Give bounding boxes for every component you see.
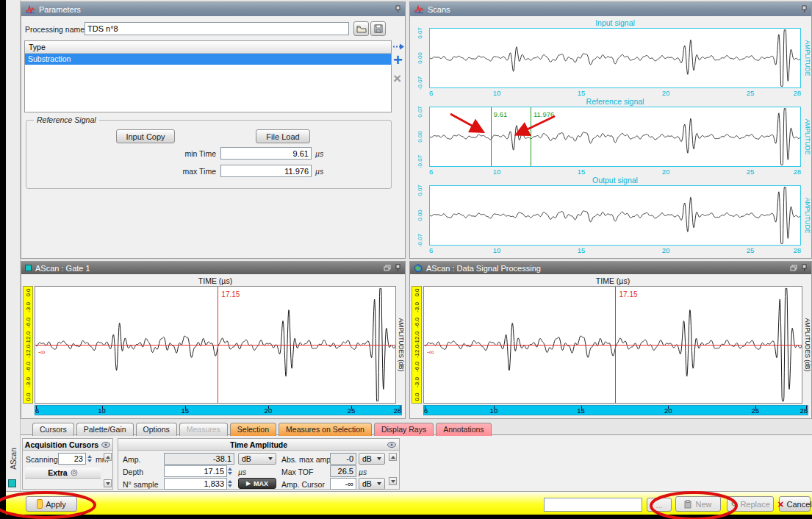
pin-icon[interactable] bbox=[801, 5, 808, 13]
output-signal-plot[interactable] bbox=[429, 185, 801, 246]
input-copy-button[interactable]: Input Copy bbox=[116, 129, 175, 143]
paste-icon bbox=[684, 500, 692, 509]
ascan-gate1-titlebar[interactable]: AScan : Gate 1 bbox=[21, 262, 405, 274]
y-tick-label: -3.0 bbox=[25, 303, 32, 313]
output-signal-waveform bbox=[430, 186, 800, 245]
depth-input[interactable] bbox=[164, 465, 227, 477]
ascan-dsp-titlebar[interactable]: AScan : Data Signal Processing bbox=[410, 262, 811, 274]
file-load-button[interactable]: File Load bbox=[256, 129, 310, 143]
time-amplitude-header[interactable]: Time Amplitude bbox=[118, 439, 399, 451]
reference-signal-plot[interactable]: 9.61 11.976 bbox=[429, 107, 801, 167]
tab-annotations[interactable]: Annotations bbox=[436, 423, 491, 436]
scroll-up-button[interactable] bbox=[389, 453, 397, 461]
time-amplitude-box: Time Amplitude Amp. -38.1 dB Depth µs N°… bbox=[118, 438, 400, 490]
y-tick-label: 0.00 bbox=[417, 52, 423, 64]
extra-header[interactable]: Extra bbox=[25, 468, 101, 479]
time-cursor-line[interactable] bbox=[615, 287, 616, 403]
left-gutter bbox=[6, 0, 21, 491]
tab-palette-gain[interactable]: Palette/Gain bbox=[76, 423, 134, 436]
scans-titlebar[interactable]: Scans bbox=[410, 2, 811, 16]
max-arrow-icon: ▶ bbox=[246, 480, 251, 487]
add-processing-icon[interactable]: + bbox=[393, 52, 403, 68]
scroll-up-button[interactable] bbox=[104, 453, 112, 461]
max-time-cursor-line[interactable] bbox=[531, 107, 531, 166]
amplitude-cursor-line[interactable] bbox=[35, 345, 395, 346]
nsample-spinner[interactable] bbox=[228, 478, 234, 489]
abs-max-field: -0 bbox=[330, 453, 356, 465]
ascan-vertical-tab[interactable]: AScan bbox=[7, 440, 19, 478]
processing-name-label: Processing name bbox=[25, 25, 85, 34]
max-time-label: max Time bbox=[170, 167, 216, 176]
goto-max-button[interactable]: ▶MAX bbox=[238, 478, 276, 489]
nsample-input[interactable] bbox=[164, 478, 227, 490]
y-tick-label: -3.0 bbox=[25, 377, 32, 387]
tab-selection[interactable]: Selection bbox=[230, 423, 276, 436]
move-processing-icon[interactable] bbox=[392, 43, 405, 51]
ascan-color-swatch[interactable] bbox=[8, 479, 16, 487]
min-time-input[interactable] bbox=[220, 147, 312, 160]
acquisition-cursors-header[interactable]: Acquisition Cursors bbox=[23, 439, 112, 451]
amp-unit-dropdown[interactable]: dB bbox=[238, 453, 276, 465]
pin-icon[interactable] bbox=[395, 264, 401, 272]
ascan-gate1-plot[interactable]: 17.15 -∞ bbox=[35, 286, 396, 404]
x-tick-label: 25 bbox=[747, 89, 755, 97]
time-cursor-line[interactable] bbox=[218, 287, 218, 403]
eye-icon[interactable] bbox=[387, 442, 396, 448]
processing-name-input[interactable] bbox=[85, 22, 349, 35]
name-input[interactable] bbox=[544, 498, 642, 512]
pin-icon[interactable] bbox=[395, 5, 401, 13]
ascan-gate1-time-bar[interactable]: 61015202528 bbox=[35, 405, 402, 415]
pin-icon[interactable] bbox=[801, 264, 808, 272]
type-column-header[interactable]: Type bbox=[25, 41, 391, 54]
gate1-color-icon bbox=[25, 265, 32, 271]
float-window-icon[interactable] bbox=[384, 265, 391, 271]
y-tick-label: 0.0 bbox=[414, 393, 420, 401]
ascan-dsp-time-bar[interactable]: 61015202528 bbox=[423, 405, 808, 415]
max-tof-field: 26.5 bbox=[330, 465, 356, 477]
eye-icon[interactable] bbox=[101, 442, 110, 448]
amplitude-cursor-line[interactable] bbox=[424, 345, 802, 346]
new-button[interactable]: New bbox=[675, 496, 721, 512]
parameters-titlebar[interactable]: Parameters bbox=[21, 2, 405, 16]
folder-icon bbox=[356, 25, 367, 33]
y-tick-label: -0.07 bbox=[417, 154, 423, 168]
x-tick-label: 28 bbox=[793, 168, 801, 176]
time-cursor-label: 17.15 bbox=[221, 290, 240, 298]
output-signal-title: Output signal bbox=[429, 176, 801, 185]
scroll-down-button[interactable] bbox=[389, 477, 397, 485]
min-time-cursor-line[interactable] bbox=[491, 107, 492, 166]
max-time-unit: µs bbox=[315, 167, 323, 176]
apply-button[interactable]: Apply bbox=[26, 496, 77, 512]
processing-type-table[interactable]: Type Substraction bbox=[24, 40, 392, 112]
browse-button[interactable]: ... bbox=[647, 498, 672, 512]
amp-cursor-unit-dropdown[interactable]: dB bbox=[359, 478, 385, 490]
abs-max-unit-dropdown[interactable]: dB bbox=[359, 453, 385, 465]
amp-cursor-input[interactable] bbox=[330, 478, 356, 490]
ascan-dsp-plot[interactable]: 17.15 -∞ bbox=[423, 286, 802, 404]
tab-cursors[interactable]: Cursors bbox=[32, 423, 74, 436]
ascan-gate1-panel: AScan : Gate 1 TIME (µs) 0.0-3.0-6.0-12.… bbox=[21, 261, 406, 419]
scroll-down-button[interactable] bbox=[104, 479, 112, 487]
float-window-icon[interactable] bbox=[790, 265, 797, 271]
tab-options[interactable]: Options bbox=[136, 423, 177, 436]
replace-button[interactable]: ↻ Replace bbox=[727, 496, 774, 512]
output-signal-amplitude-label: AMPLITUDE bbox=[802, 185, 812, 246]
save-button[interactable] bbox=[370, 21, 386, 36]
depth-spinner[interactable] bbox=[228, 465, 234, 476]
input-signal-plot[interactable] bbox=[429, 28, 801, 88]
tab-display-rays[interactable]: Display Rays bbox=[374, 423, 434, 436]
scanning-spinner[interactable] bbox=[87, 453, 94, 464]
cancel-button[interactable]: × Cancel bbox=[779, 496, 811, 512]
type-row-substraction[interactable]: Substraction bbox=[25, 54, 391, 65]
tab-measures[interactable]: Measures bbox=[179, 423, 228, 436]
delete-processing-icon[interactable]: × bbox=[393, 71, 401, 85]
globe-icon bbox=[414, 264, 423, 273]
y-tick-label: 0.07 bbox=[417, 28, 423, 40]
max-time-input[interactable] bbox=[220, 165, 312, 177]
load-file-button[interactable] bbox=[353, 21, 369, 36]
x-tick-label: 6 bbox=[429, 89, 433, 97]
signal-processing-icon bbox=[25, 4, 35, 14]
collapse-circle-icon[interactable] bbox=[71, 469, 78, 476]
scanning-input[interactable] bbox=[58, 453, 86, 465]
tab-measures-on-selection[interactable]: Measures on Selection bbox=[279, 423, 372, 436]
